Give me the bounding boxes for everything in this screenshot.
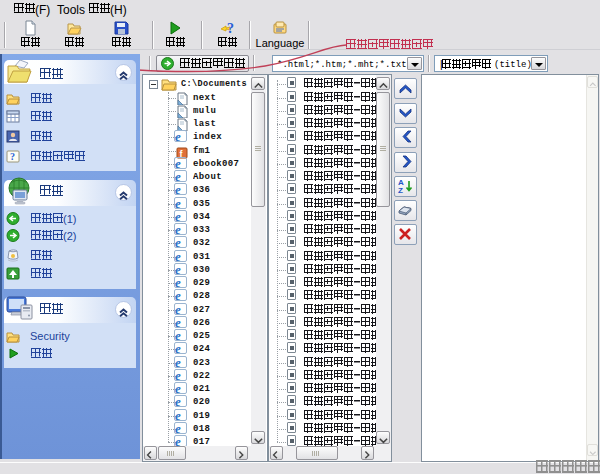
svg-text:?: ? xyxy=(10,151,15,162)
svg-text:Z: Z xyxy=(398,186,403,195)
svg-text:?: ? xyxy=(227,21,234,36)
